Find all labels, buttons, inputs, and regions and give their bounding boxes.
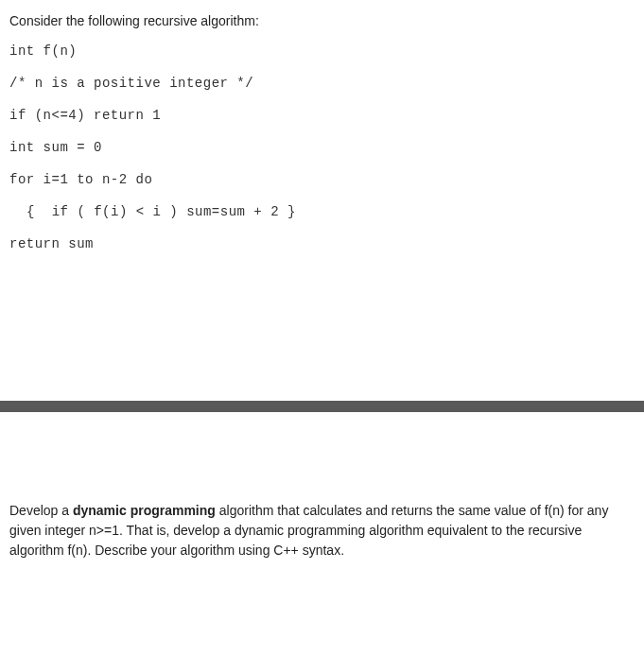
code-line-7: return sum bbox=[9, 236, 635, 251]
code-line-6: { if ( f(i) < i ) sum=sum + 2 } bbox=[9, 204, 635, 219]
code-line-2: /* n is a positive integer */ bbox=[9, 76, 635, 91]
code-line-1: int f(n) bbox=[9, 43, 635, 59]
intro-paragraph: Consider the following recursive algorit… bbox=[9, 13, 635, 28]
algorithm-section: Consider the following recursive algorit… bbox=[0, 0, 644, 251]
question-bold-text: dynamic programming bbox=[73, 503, 216, 518]
question-text-before: Develop a bbox=[9, 503, 73, 518]
question-paragraph: Develop a dynamic programming algorithm … bbox=[9, 501, 635, 560]
section-divider bbox=[0, 401, 644, 412]
code-line-4: int sum = 0 bbox=[9, 140, 635, 155]
question-section: Develop a dynamic programming algorithm … bbox=[0, 501, 644, 560]
code-line-3: if (n<=4) return 1 bbox=[9, 108, 635, 123]
code-line-5: for i=1 to n-2 do bbox=[9, 172, 635, 187]
